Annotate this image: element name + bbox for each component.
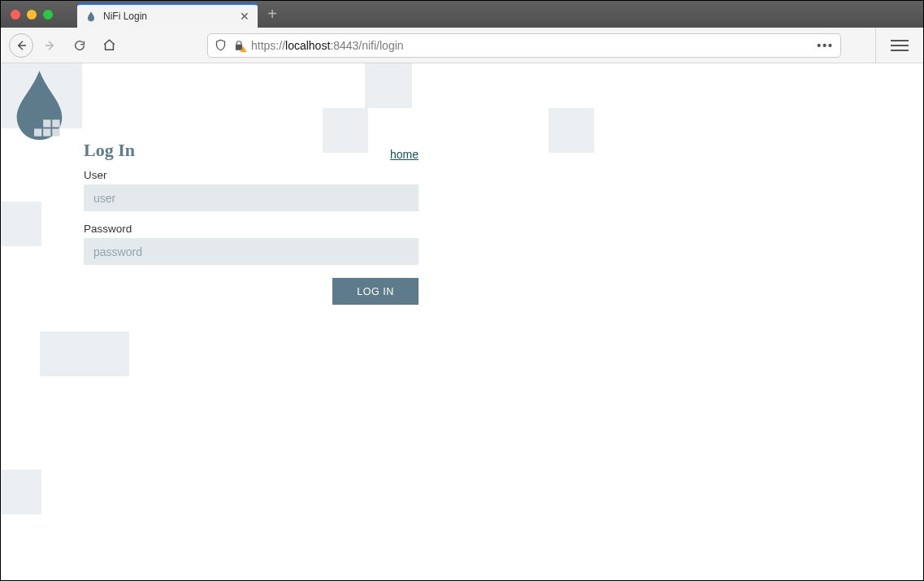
arrow-left-icon bbox=[15, 39, 28, 52]
maximize-window-button[interactable] bbox=[43, 10, 53, 20]
password-label: Password bbox=[84, 223, 419, 235]
home-icon bbox=[102, 38, 116, 52]
bg-deco bbox=[549, 108, 594, 153]
password-input[interactable] bbox=[84, 238, 419, 265]
close-tab-icon[interactable]: ✕ bbox=[240, 10, 249, 23]
nifi-logo bbox=[13, 70, 66, 143]
url-scheme: https:// bbox=[251, 39, 285, 52]
svg-rect-1 bbox=[52, 119, 59, 127]
lock-warning-icon[interactable] bbox=[233, 40, 245, 51]
address-bar[interactable]: https://localhost:8443/nifi/login ••• bbox=[207, 33, 841, 58]
reload-button[interactable] bbox=[67, 33, 92, 58]
page-actions-icon[interactable]: ••• bbox=[817, 39, 834, 52]
new-tab-button[interactable]: + bbox=[262, 5, 282, 24]
tab-strip: NiFi Login ✕ + bbox=[1, 1, 923, 28]
tab-title: NiFi Login bbox=[103, 11, 233, 22]
home-button[interactable] bbox=[97, 33, 121, 58]
svg-rect-4 bbox=[52, 128, 59, 136]
bg-deco bbox=[365, 63, 412, 108]
url-path: :8443/nifi/login bbox=[330, 39, 403, 52]
browser-tab[interactable]: NiFi Login ✕ bbox=[77, 3, 258, 28]
browser-toolbar: https://localhost:8443/nifi/login ••• bbox=[1, 28, 923, 63]
login-button[interactable]: LOG IN bbox=[332, 278, 419, 305]
svg-rect-2 bbox=[34, 128, 41, 136]
bg-deco bbox=[1, 470, 41, 514]
login-form: Log In home User Password LOG IN bbox=[84, 140, 419, 305]
bg-deco bbox=[40, 332, 129, 376]
svg-rect-3 bbox=[43, 128, 50, 136]
shield-icon[interactable] bbox=[215, 39, 227, 51]
user-label: User bbox=[84, 169, 419, 181]
droplet-icon bbox=[13, 70, 66, 143]
reload-icon bbox=[73, 39, 86, 52]
url-host: localhost bbox=[285, 39, 330, 52]
minimize-window-button[interactable] bbox=[27, 10, 37, 20]
back-button[interactable] bbox=[9, 33, 33, 58]
menu-button[interactable] bbox=[891, 37, 909, 54]
page-content: Log In home User Password LOG IN bbox=[1, 63, 923, 580]
close-window-button[interactable] bbox=[11, 10, 20, 20]
home-link[interactable]: home bbox=[390, 148, 419, 161]
bg-deco bbox=[1, 202, 41, 246]
page-title: Log In bbox=[84, 140, 135, 161]
forward-button[interactable] bbox=[38, 33, 63, 58]
user-input[interactable] bbox=[84, 184, 419, 211]
url-text: https://localhost:8443/nifi/login bbox=[251, 39, 404, 52]
svg-rect-0 bbox=[43, 119, 50, 127]
arrow-right-icon bbox=[44, 39, 57, 52]
nifi-favicon-icon bbox=[85, 11, 97, 22]
window-controls bbox=[1, 1, 53, 28]
hamburger-icon bbox=[891, 40, 909, 41]
